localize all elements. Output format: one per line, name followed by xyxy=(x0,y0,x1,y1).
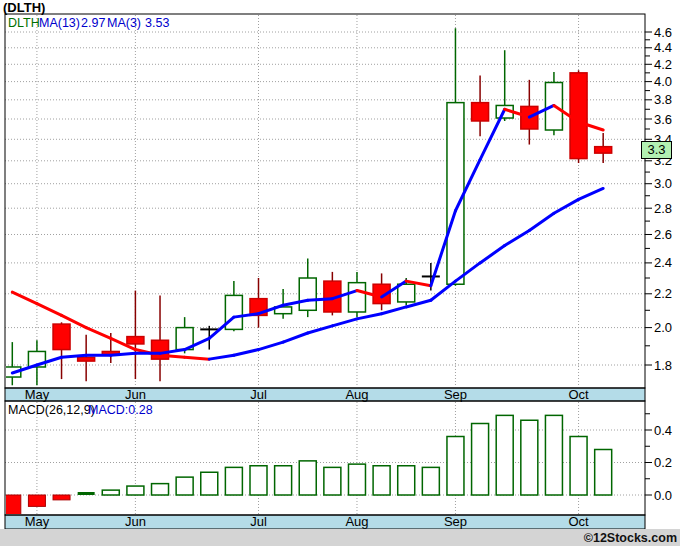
month-label: Jun xyxy=(125,387,146,402)
candle xyxy=(348,272,365,317)
month-label: Sep xyxy=(444,387,467,402)
candle-body xyxy=(53,324,70,349)
candle-body xyxy=(398,284,415,302)
price-tick-label: 3.0 xyxy=(654,176,672,191)
candle xyxy=(299,258,316,317)
legend-ma13-value: 2.97 xyxy=(81,16,105,30)
candle xyxy=(127,291,144,380)
macd-tick-label: 0.4 xyxy=(654,423,672,438)
price-tick-label: 1.8 xyxy=(654,358,672,373)
price-tick-label: 2.4 xyxy=(654,255,672,270)
main-panel-border xyxy=(5,14,645,388)
macd-bar xyxy=(299,461,316,495)
price-tick-label: 2.8 xyxy=(654,201,672,216)
ma-segment xyxy=(160,355,185,357)
price-tick-label: 4.0 xyxy=(654,74,672,89)
price-tick-label: 2.2 xyxy=(654,286,672,301)
candle-body xyxy=(348,283,365,312)
month-band-top xyxy=(5,388,645,401)
macd-bars xyxy=(4,415,612,516)
ma-segment xyxy=(62,355,87,357)
candle-body xyxy=(472,103,489,121)
candle xyxy=(545,72,562,135)
month-label: Oct xyxy=(568,387,589,402)
candle xyxy=(595,133,612,163)
ma-segment xyxy=(259,342,284,349)
footer-bar: ©12Stocks.com xyxy=(0,529,680,546)
macd-bar xyxy=(250,466,267,495)
macd-bar xyxy=(152,484,169,495)
macd-bar xyxy=(472,424,489,496)
candle xyxy=(53,322,70,379)
candle-body xyxy=(78,357,95,361)
macd-bar xyxy=(78,492,95,495)
month-label: May xyxy=(25,514,50,529)
macd-bar xyxy=(373,466,390,495)
macd-bar xyxy=(595,450,612,496)
ma-segment xyxy=(209,355,234,359)
macd-tick-label: 0.2 xyxy=(654,455,672,470)
candle xyxy=(78,335,95,381)
price-axis: 4.64.44.24.03.83.63.43.23.02.82.62.42.22… xyxy=(645,25,672,373)
ma-segment xyxy=(382,307,407,314)
macd-bar xyxy=(28,495,45,506)
last-price-tag: 3.3 xyxy=(641,141,672,159)
macd-bar xyxy=(275,466,292,495)
ma-segment xyxy=(529,213,554,230)
stock-chart-svg: 4.64.44.24.03.83.63.43.23.02.82.62.42.22… xyxy=(0,0,680,546)
stock-chart-window: 4.64.44.24.03.83.63.43.23.02.82.62.42.22… xyxy=(0,0,680,546)
candle xyxy=(472,75,489,136)
macd-params-label: MACD(26,12,9) xyxy=(8,403,95,417)
candle-body xyxy=(127,337,144,344)
macd-bar xyxy=(521,420,538,495)
ma-segment xyxy=(283,333,308,342)
macd-bar xyxy=(545,415,562,495)
price-tick-label: 4.4 xyxy=(654,40,672,55)
month-label: Jun xyxy=(125,514,146,529)
price-tick-label: 3.6 xyxy=(654,112,672,127)
candle xyxy=(447,28,464,286)
macd-bar xyxy=(398,466,415,495)
candle-body xyxy=(447,103,464,285)
ma-segment xyxy=(308,326,333,333)
price-tick-label: 3.8 xyxy=(654,92,672,107)
macd-bar xyxy=(102,490,119,495)
ma-segment xyxy=(185,357,210,359)
price-tick-label: 4.2 xyxy=(654,57,672,72)
macd-bar xyxy=(447,437,464,496)
ma-segment xyxy=(12,292,37,303)
month-label: Oct xyxy=(568,514,589,529)
ma-segment xyxy=(234,350,259,356)
macd-bar xyxy=(127,486,144,495)
macd-bar xyxy=(4,495,21,516)
price-tick-label: 2.6 xyxy=(654,227,672,242)
macd-axis: 0.40.20.0 xyxy=(645,414,672,503)
macd-current-value: MACD:0.28 xyxy=(88,403,153,417)
ma-segment xyxy=(357,314,382,319)
macd-bar xyxy=(176,477,193,495)
month-label: Aug xyxy=(345,387,368,402)
legend-ma13-label: MA(13) xyxy=(39,16,80,30)
ma-segment xyxy=(86,328,111,339)
legend-ma3-label: MA(3) xyxy=(107,16,141,30)
candle-body xyxy=(570,73,587,159)
candle xyxy=(152,295,169,381)
month-label: May xyxy=(25,387,50,402)
macd-bar xyxy=(422,467,439,495)
ma-segment xyxy=(480,246,505,263)
macd-bar xyxy=(324,467,341,495)
month-label: Aug xyxy=(345,514,368,529)
macd-bar xyxy=(53,495,70,500)
ma-segment xyxy=(554,199,579,213)
candle-body xyxy=(595,147,612,153)
legend-ma3-value: 3.53 xyxy=(145,16,169,30)
page-title: (DLTH) xyxy=(3,0,45,15)
ma-segment xyxy=(111,353,136,355)
candle xyxy=(324,272,341,316)
ma-segment xyxy=(37,304,62,316)
ma-segment xyxy=(332,319,357,326)
price-tick-label: 4.6 xyxy=(654,25,672,40)
candle xyxy=(250,278,267,328)
macd-bar xyxy=(570,437,587,496)
macd-bar xyxy=(348,464,365,495)
